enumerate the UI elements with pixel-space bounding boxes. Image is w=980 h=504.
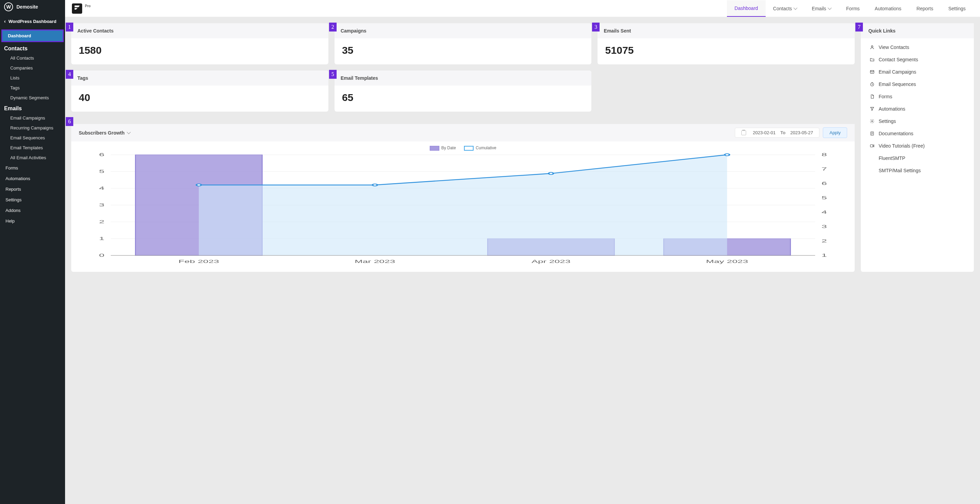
annotation-badge-2: 2 [329,22,337,32]
sidebar-item-settings[interactable]: Settings [0,194,65,205]
app-main: Pro Dashboard Contacts Emails Forms Auto… [65,0,523,269]
pro-badge: Pro [85,4,91,8]
site-name: Demosite [16,4,38,10]
svg-text:4: 4 [99,186,105,191]
stat-card-email-templates[interactable]: 5 Email Templates 65 [334,70,523,111]
chart-plot: 012345612345678Feb 2023Mar 2023Apr 2023M… [79,153,523,266]
svg-text:1: 1 [99,236,105,241]
annotation-badge-4: 4 [66,70,73,79]
sidebar-item-email-templates[interactable]: Email Templates [0,143,65,153]
sidebar-section-emails[interactable]: Emails [0,103,65,113]
svg-point-32 [372,184,377,186]
sidebar-item-companies[interactable]: Companies [0,63,65,73]
sidebar-item-automations[interactable]: Automations [0,173,65,184]
sidebar-item-tags[interactable]: Tags [0,83,65,93]
chart-card: 6 Subscribers Growth 2023-02-01 To 2023-… [71,118,523,269]
wp-admin-sidebar: W Demosite ‹ WordPress Dashboard Dashboa… [0,0,65,269]
svg-text:6: 6 [99,153,105,157]
stat-card-active-contacts[interactable]: 1 Active Contacts 1580 [71,23,328,64]
stat-label: Active Contacts [71,23,328,38]
chart-legend: By Date Cumulative [79,146,523,151]
svg-text:5: 5 [99,169,105,174]
annotation-badge-6: 6 [66,117,73,126]
sidebar-item-all-email-activities[interactable]: All Email Activities [0,153,65,163]
sidebar-item-recurring-campaigns[interactable]: Recurring Campaigns [0,123,65,133]
chevron-left-icon: ‹ [4,19,6,24]
wp-brand[interactable]: W Demosite [0,0,65,14]
sidebar-item-reports[interactable]: Reports [0,184,65,194]
legend-swatch-line-icon [464,146,474,151]
sidebar-item-all-contacts[interactable]: All Contacts [0,53,65,63]
wordpress-icon: W [4,2,13,11]
chevron-down-icon [127,130,130,134]
stat-value: 40 [71,86,328,111]
stat-card-tags[interactable]: 4 Tags 40 [71,70,328,111]
legend-swatch-bar-icon [430,146,439,151]
sidebar-item-lists[interactable]: Lists [0,73,65,83]
svg-text:3: 3 [99,203,105,207]
sidebar-item-dashboard[interactable]: Dashboard [2,29,64,42]
app-brand[interactable]: Pro [72,3,91,14]
sidebar-section-contacts[interactable]: Contacts [0,43,65,53]
content-area: 1 Active Contacts 1580 2 Campaigns 35 3 … [65,17,523,269]
legend-item-bydate[interactable]: By Date [430,146,456,151]
wp-back-link[interactable]: ‹ WordPress Dashboard [0,14,65,29]
sidebar-item-forms[interactable]: Forms [0,163,65,173]
app-topbar: Pro Dashboard Contacts Emails Forms Auto… [65,0,523,17]
chart-header: Subscribers Growth 2023-02-01 To 2023-05… [71,124,523,142]
stat-card-campaigns[interactable]: 2 Campaigns 35 [334,23,523,64]
sidebar-item-email-sequences[interactable]: Email Sequences [0,133,65,143]
stat-value: 1580 [71,38,328,64]
annotation-badge-5: 5 [329,70,337,79]
sidebar-item-email-campaigns[interactable]: Email Campaigns [0,113,65,123]
sidebar-item-dynamic-segments[interactable]: Dynamic Segments [0,93,65,103]
sidebar-item-help[interactable]: Help [0,216,65,226]
svg-text:2: 2 [99,219,105,224]
svg-text:Feb 2023: Feb 2023 [178,259,219,264]
stat-label: Campaigns [334,23,523,38]
chart-body: By Date Cumulative 012345612345678Feb 20… [71,142,523,269]
svg-text:Mar 2023: Mar 2023 [355,259,395,264]
stat-value: 65 [334,86,523,111]
stat-value: 35 [334,38,523,64]
app-logo-icon [72,3,82,14]
svg-point-31 [197,184,201,186]
annotation-badge-1: 1 [66,22,73,32]
svg-text:0: 0 [99,253,105,258]
stat-label: Tags [71,70,328,86]
chart-title[interactable]: Subscribers Growth [79,130,130,135]
sidebar-item-addons[interactable]: Addons [0,205,65,216]
legend-item-cumulative[interactable]: Cumulative [464,146,496,151]
stat-label: Email Templates [334,70,523,86]
